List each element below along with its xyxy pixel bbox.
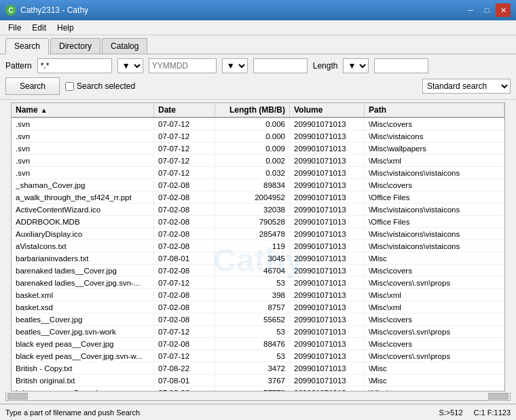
- col-header-length[interactable]: Length (MB/B): [215, 103, 290, 117]
- table-row[interactable]: aVistaIcons.txt 07-02-08 119 20990107101…: [12, 240, 504, 252]
- cell-date: 07-02-08: [154, 289, 215, 301]
- cell-path: \Misc\vistaicons\vistaicons: [365, 167, 504, 178]
- cell-date: 07-02-08: [154, 338, 215, 349]
- length-dropdown[interactable]: ▼: [343, 58, 369, 73]
- cell-name: barenaked ladies__Cover.jpg.svn-...: [12, 277, 154, 288]
- cell-length: 53: [215, 350, 290, 362]
- menu-help[interactable]: Help: [52, 22, 79, 34]
- cell-length: 8757: [215, 301, 290, 313]
- cell-path: \Misc\wallpapers: [365, 142, 504, 154]
- cell-volume: 209901071013: [290, 118, 365, 130]
- cell-path: \Misc\covers: [365, 265, 504, 276]
- tab-catalog[interactable]: Catalog: [102, 38, 147, 54]
- search-selected-checkbox[interactable]: [65, 82, 74, 91]
- table-row[interactable]: barbarianinvaders.txt 07-08-01 3045 2099…: [12, 252, 504, 265]
- pattern-input[interactable]: [37, 58, 112, 73]
- cell-length: 2004952: [215, 191, 290, 203]
- length-label: Length: [313, 61, 338, 71]
- scrollbar-thumb-left[interactable]: [7, 393, 28, 400]
- minimize-button[interactable]: ─: [463, 3, 478, 17]
- cell-volume: 209901071013: [290, 362, 365, 374]
- table-header: Name ▲ Date Length (MB/B) Volume Path: [12, 103, 504, 118]
- cell-volume: 209901071013: [290, 179, 365, 191]
- cell-date: 07-07-12: [154, 130, 215, 142]
- date-end-input[interactable]: [253, 58, 308, 73]
- status-c-value: C:1 F:1123: [474, 408, 511, 417]
- table-row[interactable]: AuxiliaryDisplay.ico 07-02-08 285478 209…: [12, 228, 504, 240]
- cell-date: 07-08-01: [154, 375, 215, 386]
- maximize-button[interactable]: □: [479, 3, 494, 17]
- cell-name: beatles__Cover.jpg: [12, 313, 154, 325]
- cell-length: 0.009: [215, 142, 290, 154]
- pattern-dropdown[interactable]: ▼: [117, 58, 143, 73]
- cell-length: 3045: [215, 252, 290, 264]
- table-row[interactable]: ActiveContentWizard.ico 07-02-08 32038 2…: [12, 204, 504, 216]
- cell-path: \Misc\covers: [365, 387, 504, 391]
- results-table: Name ▲ Date Length (MB/B) Volume Path: [11, 102, 505, 392]
- table-row[interactable]: British - Copy.txt 07-08-22 3472 2099010…: [12, 362, 504, 375]
- table-row[interactable]: barenaked ladies__Cover.jpg 07-02-08 467…: [12, 265, 504, 277]
- table-row[interactable]: British original.txt 07-08-01 3767 20990…: [12, 375, 504, 387]
- cell-date: 07-02-08: [154, 301, 215, 313]
- table-row[interactable]: .svn 07-07-12 0.000 209901071013 \Misc\v…: [12, 130, 504, 142]
- length-value-input[interactable]: [374, 58, 428, 73]
- cell-name: .svn: [12, 130, 154, 142]
- cell-length: 790528: [215, 216, 290, 227]
- cell-path: \Misc: [365, 375, 504, 386]
- table-row[interactable]: .svn 07-07-12 0.009 209901071013 \Misc\w…: [12, 142, 504, 155]
- table-row[interactable]: beatles__Cover.jpg.svn-work 07-07-12 53 …: [12, 326, 504, 338]
- table-row[interactable]: barenaked ladies__Cover.jpg.svn-... 07-0…: [12, 277, 504, 289]
- scrollbar-thumb-right[interactable]: [488, 393, 509, 400]
- col-header-volume[interactable]: Volume: [290, 103, 365, 117]
- tab-search[interactable]: Search: [5, 38, 49, 54]
- date-input[interactable]: [149, 58, 217, 73]
- horizontal-scrollbar[interactable]: [5, 392, 511, 401]
- table-row[interactable]: a_walk_through_the_sf424_rr.ppt 07-02-08…: [12, 191, 504, 204]
- cell-date: 07-07-12: [154, 118, 215, 130]
- table-row[interactable]: beatles__Cover.jpg 07-02-08 55652 209901…: [12, 313, 504, 326]
- cell-volume: 209901071013: [290, 167, 365, 178]
- table-row[interactable]: basket.xml 07-02-08 398 209901071013 \Mi…: [12, 289, 504, 301]
- cell-length: 46704: [215, 265, 290, 276]
- cell-name: _shaman_Cover.jpg: [12, 179, 154, 191]
- search-type-dropdown[interactable]: Standard search: [422, 79, 511, 94]
- table-row[interactable]: _shaman_Cover.jpg 07-02-08 89834 2099010…: [12, 179, 504, 191]
- col-header-name[interactable]: Name ▲: [12, 103, 154, 117]
- menu-file[interactable]: File: [3, 22, 26, 34]
- cell-volume: 209901071013: [290, 155, 365, 166]
- close-button[interactable]: ✕: [496, 3, 511, 17]
- cell-path: \Misc\xml: [365, 155, 504, 166]
- table-row[interactable]: ADDRBOOK.MDB 07-02-08 790528 20990107101…: [12, 216, 504, 228]
- table-row[interactable]: black eyed peas__Cover.jpg 07-02-08 8847…: [12, 338, 504, 350]
- col-header-date[interactable]: Date: [154, 103, 215, 117]
- tab-directory[interactable]: Directory: [50, 38, 100, 54]
- cell-path: \Misc\covers\.svn\props: [365, 277, 504, 288]
- cell-date: 07-02-08: [154, 204, 215, 215]
- col-header-path[interactable]: Path: [365, 103, 504, 117]
- table-row[interactable]: .svn 07-07-12 0.002 209901071013 \Misc\x…: [12, 155, 504, 167]
- cell-length: 55652: [215, 313, 290, 325]
- cell-name: .svn: [12, 142, 154, 154]
- cell-date: 07-02-08: [154, 240, 215, 252]
- cell-name: black eyed peas__Cover.jpg.svn-w...: [12, 350, 154, 362]
- cell-name: basket.xsd: [12, 301, 154, 313]
- search-button[interactable]: Search: [5, 77, 60, 95]
- table-row[interactable]: britney spears__Cover.jpg 07-02-08 57770…: [12, 387, 504, 391]
- menu-edit[interactable]: Edit: [26, 22, 52, 34]
- cell-path: \Office Files: [365, 216, 504, 227]
- tab-bar: Search Directory Catalog: [0, 35, 516, 54]
- date-dropdown[interactable]: ▼: [222, 58, 248, 73]
- status-message: Type a part of filename and push Search: [5, 408, 439, 417]
- table-row[interactable]: .svn 07-07-12 0.032 209901071013 \Misc\v…: [12, 167, 504, 179]
- cell-volume: 209901071013: [290, 204, 365, 215]
- cell-name: .svn: [12, 118, 154, 130]
- cell-volume: 209901071013: [290, 387, 365, 391]
- cell-date: 07-07-12: [154, 142, 215, 154]
- search-selected-label[interactable]: Search selected: [65, 81, 135, 91]
- table-row[interactable]: .svn 07-07-12 0.006 209901071013 \Misc\c…: [12, 118, 504, 130]
- table-row[interactable]: basket.xsd 07-02-08 8757 209901071013 \M…: [12, 301, 504, 313]
- cell-length: 0.002: [215, 155, 290, 166]
- sort-indicator: ▲: [41, 107, 48, 114]
- table-row[interactable]: black eyed peas__Cover.jpg.svn-w... 07-0…: [12, 350, 504, 362]
- cell-date: 07-02-08: [154, 191, 215, 203]
